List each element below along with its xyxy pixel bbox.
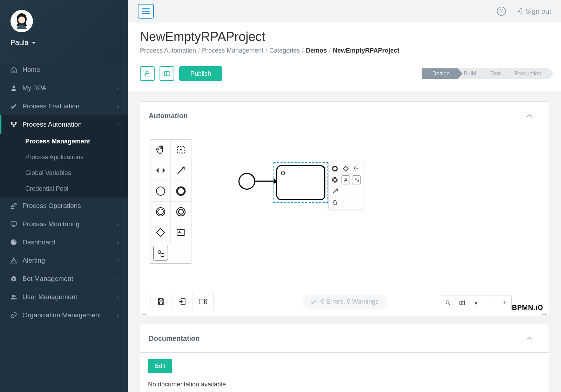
publish-button[interactable]: Publish: [179, 66, 222, 81]
sequence-flow[interactable]: [255, 181, 275, 182]
nav-operations[interactable]: Process Operations ‹: [0, 197, 128, 215]
subnav-global-variables[interactable]: Global Variables: [0, 165, 128, 181]
nav-bot[interactable]: Bot Management ‹: [0, 270, 128, 288]
gear-icon: ⚙: [280, 169, 286, 177]
lock-button[interactable]: [140, 66, 155, 81]
collapse-button[interactable]: [518, 109, 540, 123]
canvas-bottom-toolbar: [150, 293, 214, 310]
layout-button[interactable]: [160, 66, 174, 81]
page-title: NewEmptyRPAProject: [140, 29, 549, 44]
fit-button[interactable]: [469, 296, 483, 310]
ctx-append-bot-task[interactable]: [352, 175, 361, 184]
nav-myrpa[interactable]: My RPA ‹: [0, 79, 128, 97]
ctx-connect[interactable]: [331, 187, 340, 196]
search-button[interactable]: [441, 296, 455, 310]
automation-panel-head: Automation: [140, 102, 549, 130]
subnav-credential-pool[interactable]: Credential Pool: [0, 181, 128, 197]
nav: Home My RPA ‹ Process Evaluation ‹ Proce…: [0, 61, 128, 324]
breadcrumb-sep: /: [265, 47, 267, 54]
palette-space-tool[interactable]: [150, 160, 171, 181]
zoom-out-button[interactable]: −: [483, 296, 497, 310]
save-button[interactable]: [150, 293, 171, 310]
palette-end-event[interactable]: [171, 181, 191, 201]
palette-bot-task[interactable]: [153, 246, 168, 261]
automation-panel-title: Automation: [149, 112, 188, 120]
subnav-process-management[interactable]: Process Management: [0, 134, 128, 149]
toolbar-row: Publish Design Build Test Production: [140, 66, 549, 81]
bpmn-canvas[interactable]: ⚙: [140, 130, 549, 316]
svg-point-11: [14, 279, 15, 280]
ctx-append-gateway[interactable]: [342, 164, 350, 173]
crumb-3[interactable]: Categories: [269, 47, 300, 54]
crumb-1[interactable]: Process Automation: [140, 47, 196, 54]
documentation-body: Edit No documentation available.: [140, 353, 549, 392]
svg-point-1: [18, 16, 25, 23]
validation-status[interactable]: 0 Errors, 0 Warnings: [302, 295, 387, 309]
palette-user-task[interactable]: [171, 222, 191, 243]
ctx-append-intermediate[interactable]: [331, 175, 339, 184]
subnav-process-applications[interactable]: Process Applications: [0, 149, 128, 165]
content: NewEmptyRPAProject Process Automation / …: [128, 22, 561, 392]
toggle-sidebar-button[interactable]: [138, 4, 154, 19]
palette-start-event[interactable]: [150, 181, 171, 201]
import-button[interactable]: [171, 293, 192, 310]
nav-orgmgmt[interactable]: Organization Management ‹: [0, 306, 128, 324]
crumb-5: NewEmptyRPAProject: [333, 47, 399, 54]
ctx-append-annotation[interactable]: [352, 164, 361, 173]
sidebar: Paula Home My RPA ‹ Process Evaluation ‹…: [0, 0, 128, 392]
minimap-button[interactable]: [455, 296, 469, 310]
svg-point-20: [158, 209, 163, 215]
zoom-in-button[interactable]: +: [497, 296, 511, 310]
svg-point-32: [345, 178, 346, 180]
edit-documentation-button[interactable]: Edit: [148, 359, 172, 373]
nav-evaluation[interactable]: Process Evaluation ‹: [0, 97, 128, 115]
nav-automation[interactable]: Process Automation ‹: [0, 115, 128, 134]
palette-hand-tool[interactable]: [150, 140, 171, 160]
hand-icon: [156, 145, 165, 155]
svg-point-22: [178, 209, 183, 214]
svg-rect-8: [11, 222, 16, 225]
automation-panel: Automation: [140, 101, 549, 316]
ctx-append-end-event[interactable]: [331, 164, 339, 173]
svg-point-33: [355, 179, 357, 180]
nav-label: Bot Management: [22, 275, 73, 283]
palette-connect-tool[interactable]: [171, 160, 191, 181]
crumb-4[interactable]: Demos: [306, 47, 327, 54]
topbar-right: ? Sign out: [497, 7, 551, 16]
service-task-node[interactable]: ⚙: [276, 165, 325, 200]
palette-intermediate-throw[interactable]: [171, 202, 191, 222]
stage-design[interactable]: Design: [422, 68, 458, 79]
nav-dashboard[interactable]: Dashboard ‹: [0, 233, 128, 251]
palette-intermediate-event[interactable]: [150, 202, 171, 222]
avatar[interactable]: [11, 10, 33, 32]
signout-button[interactable]: Sign out: [516, 7, 551, 15]
collapse-button[interactable]: [518, 331, 540, 345]
help-button[interactable]: ?: [497, 7, 506, 16]
nav-monitoring[interactable]: Process Monitoring ‹: [0, 215, 128, 233]
chevron-left-icon: ‹: [117, 239, 119, 245]
circle-thick-icon: [176, 186, 186, 196]
nav-home[interactable]: Home: [0, 61, 128, 79]
nav-alerting[interactable]: Alerting ‹: [0, 251, 128, 270]
start-event-node[interactable]: [238, 173, 255, 190]
users-icon: [9, 293, 18, 300]
record-button[interactable]: [192, 293, 214, 310]
palette-lasso-tool[interactable]: [171, 140, 191, 160]
svg-point-17: [156, 187, 165, 195]
home-icon: [9, 66, 18, 73]
ctx-delete[interactable]: [331, 198, 340, 207]
nav-usermgmt[interactable]: User Management ‹: [0, 288, 128, 306]
user-menu[interactable]: Paula: [11, 39, 128, 47]
ctx-append-user-task[interactable]: [342, 175, 350, 184]
resize-handle-bl[interactable]: [142, 310, 147, 315]
nav-label: User Management: [22, 293, 77, 301]
svg-rect-24: [177, 229, 185, 236]
panel-area: Automation: [128, 92, 561, 392]
palette-gateway[interactable]: [150, 222, 171, 243]
resize-handle-br[interactable]: [542, 310, 547, 315]
nav-label: Organization Management: [22, 311, 101, 319]
svg-rect-4: [15, 122, 16, 124]
svg-point-40: [475, 302, 477, 304]
crumb-2[interactable]: Process Management: [202, 47, 263, 54]
stage-pills: Design Build Test Production: [422, 68, 549, 79]
